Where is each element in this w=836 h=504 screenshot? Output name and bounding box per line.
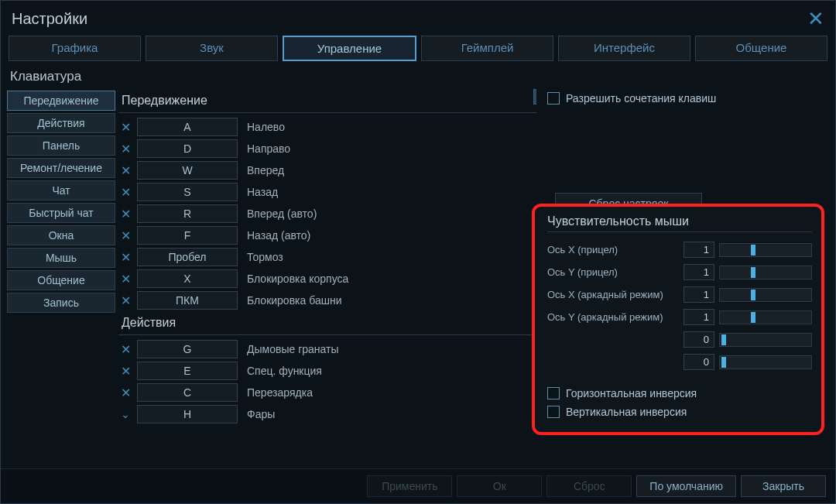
bind-row: ✕WВперед: [118, 159, 536, 181]
sidebar-item-2[interactable]: Панель: [7, 135, 115, 156]
sidebar-item-7[interactable]: Мышь: [7, 248, 115, 268]
key-slot[interactable]: X: [137, 269, 238, 288]
window-title: Настройки: [12, 10, 87, 28]
sidebar-item-5[interactable]: Быстрый чат: [7, 203, 115, 223]
key-slot[interactable]: Н: [137, 405, 238, 423]
slider-track[interactable]: [719, 288, 812, 302]
sidebar-item-9[interactable]: Запись: [7, 293, 115, 313]
slider-label: Ось Y (прицел): [547, 266, 679, 278]
allow-combinations-label: Разрешить сочетания клавиш: [566, 92, 716, 105]
clear-binding-icon[interactable]: ✕: [118, 228, 132, 243]
key-slot[interactable]: G: [137, 340, 238, 358]
scrollbar-thumb[interactable]: [533, 89, 536, 105]
key-slot[interactable]: F: [137, 226, 238, 245]
tab-графика[interactable]: Графика: [9, 36, 141, 61]
clear-binding-icon[interactable]: ✕: [118, 293, 132, 308]
bind-label: Дымовые гранаты: [242, 343, 339, 355]
key-slot[interactable]: C: [137, 383, 238, 402]
clear-binding-icon[interactable]: ✕: [118, 142, 132, 156]
tab-геймплей[interactable]: Геймплей: [421, 36, 553, 61]
clear-binding-icon[interactable]: ✕: [118, 272, 132, 286]
sensitivity-row: 0: [547, 328, 812, 351]
key-slot[interactable]: ПКМ: [137, 291, 238, 310]
bind-label: Блокировка башни: [242, 294, 341, 307]
sensitivity-row: Ось X (прицел)1: [547, 238, 812, 261]
slider-label: Ось X (прицел): [547, 244, 679, 255]
slider-track[interactable]: [719, 243, 812, 257]
tab-общение[interactable]: Общение: [695, 36, 827, 61]
slider-track[interactable]: [719, 310, 812, 324]
bind-row: ✕GДымовые гранаты: [118, 338, 536, 360]
reset-button[interactable]: Сброс: [546, 475, 632, 497]
clear-binding-icon[interactable]: ✕: [118, 342, 132, 357]
bind-row: ✕XБлокировка корпуса: [118, 268, 536, 290]
tab-управление[interactable]: Управление: [283, 36, 416, 61]
invert-h-label: Горизонтальная инверсия: [566, 387, 697, 399]
key-slot[interactable]: D: [137, 139, 238, 158]
key-slot[interactable]: W: [137, 161, 238, 180]
clear-binding-icon[interactable]: ✕: [118, 120, 132, 135]
tab-интерфейс[interactable]: Интерфейс: [558, 36, 690, 61]
slider-thumb[interactable]: [721, 357, 726, 368]
sidebar-item-6[interactable]: Окна: [7, 225, 115, 245]
clear-binding-icon[interactable]: ✕: [118, 386, 132, 400]
slider-thumb[interactable]: [751, 267, 755, 278]
slider-label: Ось Y (аркадный режим): [547, 311, 679, 323]
slider-thumb[interactable]: [751, 290, 755, 300]
checkbox-icon: [547, 92, 560, 105]
clear-binding-icon[interactable]: ✕: [118, 364, 132, 379]
clear-binding-icon[interactable]: ✕: [118, 250, 132, 265]
sidebar-item-4[interactable]: Чат: [7, 180, 115, 201]
key-slot[interactable]: R: [137, 204, 238, 223]
slider-track[interactable]: [719, 355, 812, 369]
slider-thumb[interactable]: [751, 312, 755, 323]
bind-label: Назад: [242, 186, 278, 198]
slider-thumb[interactable]: [721, 334, 726, 345]
slider-value[interactable]: 0: [684, 331, 714, 348]
bind-row: ✕ПробелТормоз: [118, 246, 536, 268]
bind-label: Блокировка корпуса: [242, 273, 348, 285]
default-button[interactable]: По умолчанию: [636, 475, 736, 497]
sensitivity-row: 0: [547, 351, 812, 373]
group-header: Передвижение: [118, 89, 536, 113]
sidebar-item-1[interactable]: Действия: [7, 113, 115, 133]
invert-horizontal-checkbox[interactable]: Горизонтальная инверсия: [547, 384, 812, 403]
sidebar-item-0[interactable]: Передвижение: [7, 91, 115, 111]
bind-label: Вперед: [242, 164, 284, 177]
slider-thumb[interactable]: [751, 245, 755, 255]
apply-button[interactable]: Применить: [367, 475, 452, 497]
close-button[interactable]: Закрыть: [741, 475, 826, 497]
sidebar-item-3[interactable]: Ремонт/лечение: [7, 158, 115, 178]
clear-binding-icon[interactable]: ✕: [118, 185, 132, 200]
sidebar-item-8[interactable]: Общение: [7, 270, 115, 290]
slider-value[interactable]: 1: [684, 309, 714, 325]
slider-track[interactable]: [719, 333, 812, 347]
slider-value[interactable]: 1: [684, 264, 714, 280]
bind-label: Перезарядка: [242, 386, 313, 399]
bind-label: Направо: [242, 142, 290, 155]
key-slot[interactable]: S: [137, 183, 238, 201]
invert-v-label: Вертикальная инверсия: [566, 406, 687, 418]
bind-row: ✕AНалево: [118, 116, 536, 138]
bind-label: Назад (авто): [242, 229, 310, 242]
slider-value[interactable]: 0: [684, 354, 714, 370]
allow-combinations-checkbox[interactable]: Разрешить сочетания клавиш: [547, 89, 826, 108]
clear-binding-icon[interactable]: ✕: [118, 163, 132, 178]
slider-track[interactable]: [719, 266, 812, 279]
ok-button[interactable]: Ок: [457, 475, 542, 497]
invert-vertical-checkbox[interactable]: Вертикальная инверсия: [547, 403, 812, 421]
checkbox-icon: [547, 406, 560, 418]
slider-value[interactable]: 1: [684, 286, 714, 303]
slider-label: Ось X (аркадный режим): [547, 289, 679, 300]
close-icon[interactable]: ✕: [807, 7, 824, 31]
key-slot[interactable]: A: [137, 118, 238, 136]
key-slot[interactable]: E: [137, 362, 238, 380]
slider-value[interactable]: 1: [684, 242, 714, 258]
bind-row: ✕EСпец. функция: [118, 360, 536, 382]
tab-звук[interactable]: Звук: [146, 36, 278, 61]
clear-binding-icon[interactable]: ✕: [118, 207, 132, 221]
bind-row: ⌄НФары: [118, 403, 536, 425]
key-slot[interactable]: Пробел: [137, 248, 238, 266]
bind-label: Вперед (авто): [242, 207, 317, 220]
chevron-down-icon[interactable]: ⌄: [118, 408, 132, 420]
